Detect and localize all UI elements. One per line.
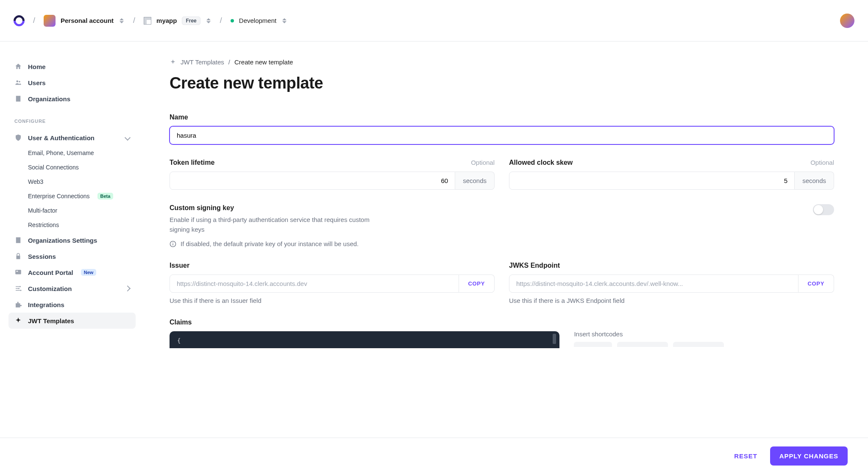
- jwks-input[interactable]: [509, 274, 798, 293]
- issuer-copy-button[interactable]: COPY: [459, 274, 495, 293]
- skew-unit: seconds: [795, 172, 834, 190]
- sidebar-subitem-multifactor[interactable]: Multi-factor: [28, 203, 136, 218]
- shield-icon: [14, 134, 22, 141]
- svg-point-1: [19, 81, 20, 83]
- top-bar: / Personal account / myapp Free / Develo…: [0, 0, 868, 42]
- sidebar-item-jwt-templates[interactable]: JWT Templates: [8, 313, 136, 329]
- sidebar-item-label: Integrations: [28, 301, 64, 308]
- sidebar-item-home[interactable]: Home: [8, 58, 136, 75]
- users-icon: [14, 79, 22, 86]
- skew-label: Allowed clock skew: [509, 159, 573, 166]
- svg-rect-9: [172, 244, 173, 245]
- breadcrumb-parent[interactable]: JWT Templates: [181, 58, 224, 66]
- reset-button[interactable]: RESET: [732, 452, 760, 460]
- beta-badge: Beta: [97, 193, 114, 200]
- breadcrumb-current: Create new template: [234, 58, 293, 66]
- svg-point-5: [18, 288, 19, 289]
- jwks-label: JWKS Endpoint: [509, 262, 560, 269]
- sidebar-item-org-settings[interactable]: Organizations Settings: [8, 232, 136, 248]
- sidebar-item-label: Users: [28, 79, 46, 86]
- name-label: Name: [170, 114, 188, 121]
- sliders-icon: [14, 285, 22, 292]
- account-avatar: [44, 15, 56, 27]
- sidebar-item-label: Account Portal: [28, 269, 73, 276]
- sidebar-subitem-web3[interactable]: Web3: [28, 175, 136, 189]
- lifetime-input[interactable]: [170, 172, 455, 190]
- optional-hint: Optional: [471, 159, 495, 166]
- sparkle-icon: [14, 317, 22, 324]
- jwks-copy-button[interactable]: COPY: [798, 274, 834, 293]
- page-title: Create new template: [170, 74, 834, 92]
- sidebar-item-account-portal[interactable]: Account Portal New: [8, 264, 136, 280]
- env-switcher[interactable]: Development: [231, 17, 287, 25]
- svg-point-8: [172, 242, 173, 243]
- breadcrumb: JWT Templates / Create new template: [170, 58, 834, 66]
- chevron-updown-icon: [206, 17, 211, 25]
- sparkle-icon: [170, 59, 176, 66]
- user-avatar[interactable]: [840, 14, 854, 28]
- sidebar-item-integrations[interactable]: Integrations: [8, 297, 136, 313]
- building-icon: [14, 236, 22, 244]
- sidebar-item-label: Organizations Settings: [28, 237, 97, 244]
- action-bar: RESET APPLY CHANGES: [0, 438, 868, 474]
- configure-heading: CONFIGURE: [8, 119, 136, 130]
- signing-toggle[interactable]: [813, 204, 834, 215]
- sidebar-subitem-enterprise[interactable]: Enterprise Connections Beta: [28, 189, 136, 203]
- sidebar-item-label: Customization: [28, 285, 72, 292]
- signing-hint: If disabled, the default private key of …: [181, 240, 359, 247]
- issuer-help: Use this if there is an Issuer field: [170, 297, 495, 304]
- account-label: Personal account: [61, 17, 114, 24]
- sidebar-subitem-social[interactable]: Social Connections: [28, 160, 136, 175]
- info-icon: [170, 241, 176, 247]
- chevron-down-icon: [125, 135, 131, 141]
- home-icon: [14, 63, 22, 70]
- issuer-input[interactable]: [170, 274, 459, 293]
- shortcodes-label: Insert shortcodes: [574, 330, 834, 338]
- issuer-label: Issuer: [170, 262, 189, 269]
- separator: /: [133, 16, 135, 25]
- claims-editor[interactable]: {: [170, 331, 559, 348]
- apply-changes-button[interactable]: APPLY CHANGES: [770, 446, 848, 466]
- svg-point-6: [20, 290, 22, 291]
- lifetime-unit: seconds: [455, 172, 495, 190]
- svg-rect-3: [17, 271, 18, 272]
- app-switcher[interactable]: myapp Free: [144, 17, 211, 25]
- shortcode-button[interactable]: [673, 342, 724, 347]
- sidebar-item-label: Sessions: [28, 253, 56, 260]
- shortcode-button[interactable]: [574, 342, 612, 347]
- signing-label: Custom signing key: [170, 204, 796, 212]
- sidebar-item-label: User & Authentication: [28, 134, 95, 141]
- chevron-right-icon: [125, 286, 131, 291]
- sidebar-item-label: Home: [28, 63, 46, 70]
- status-dot-icon: [231, 19, 234, 22]
- puzzle-icon: [14, 301, 22, 308]
- separator: /: [33, 16, 35, 25]
- account-switcher[interactable]: Personal account: [44, 15, 125, 27]
- name-input[interactable]: [170, 126, 834, 144]
- clerk-logo[interactable]: [11, 13, 27, 28]
- chevron-updown-icon: [281, 17, 287, 25]
- chevron-updown-icon: [119, 17, 125, 25]
- sidebar-item-users[interactable]: Users: [8, 75, 136, 91]
- skew-input[interactable]: [509, 172, 795, 190]
- lock-icon: [14, 252, 22, 260]
- sidebar-item-sessions[interactable]: Sessions: [8, 248, 136, 264]
- svg-point-4: [19, 286, 21, 287]
- sidebar-item-label: Organizations: [28, 95, 70, 103]
- lifetime-label: Token lifetime: [170, 159, 214, 166]
- building-icon: [14, 95, 22, 103]
- app-icon: [144, 17, 151, 25]
- optional-hint: Optional: [810, 159, 834, 166]
- plan-badge: Free: [182, 17, 200, 25]
- svg-point-0: [17, 80, 19, 83]
- main-content: JWT Templates / Create new template Crea…: [144, 42, 868, 474]
- shortcode-button[interactable]: [617, 342, 668, 347]
- sidebar-item-customization[interactable]: Customization: [8, 280, 136, 297]
- sidebar-item-user-auth[interactable]: User & Authentication: [8, 130, 136, 146]
- sidebar: Home Users Organizations CONFIGURE User …: [0, 42, 144, 474]
- sidebar-subitem-restrictions[interactable]: Restrictions: [28, 218, 136, 232]
- portal-icon: [14, 269, 22, 276]
- svg-rect-2: [15, 270, 21, 274]
- sidebar-item-organizations[interactable]: Organizations: [8, 91, 136, 107]
- sidebar-subitem-email-phone[interactable]: Email, Phone, Username: [28, 146, 136, 160]
